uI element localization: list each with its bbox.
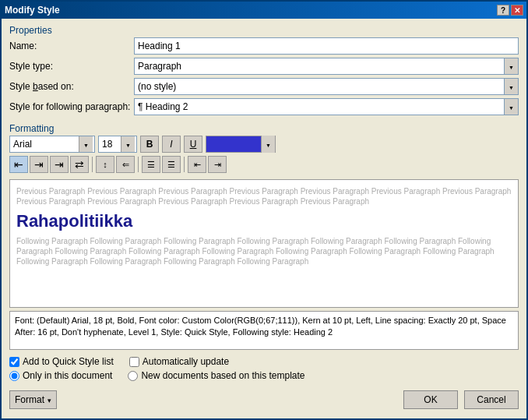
modify-style-dialog: Modify Style ? ✕ Properties Name: Style …	[0, 0, 528, 420]
format-dropdown-button[interactable]: Format	[9, 390, 57, 409]
only-document-radio[interactable]	[9, 371, 19, 381]
name-label: Name:	[9, 41, 134, 51]
properties-label: Properties	[9, 25, 519, 36]
radio-row: Only in this document New documents base…	[9, 370, 519, 381]
font-toolbar: Arial 18 B I U	[9, 136, 519, 153]
new-documents-option[interactable]: New documents based on this template	[128, 370, 304, 381]
style-following-value: ¶ Heading 2	[135, 100, 504, 114]
ok-cancel-buttons: OK Cancel	[403, 390, 519, 409]
list-button[interactable]: ☰	[142, 156, 160, 173]
font-name: Arial	[12, 139, 79, 150]
auto-update-label: Automatically update	[143, 356, 229, 367]
alignment-toolbar: ⇤ ⇥ ⇥ ⇄ ↕ ⇐ ☰ ☰ ⇤ ⇥	[9, 156, 519, 173]
formatting-section: Formatting Arial 18 B I U	[9, 123, 519, 176]
style-based-row: Style based on: (no style)	[9, 78, 519, 95]
style-based-select[interactable]: (no style)	[134, 78, 519, 95]
font-select[interactable]: Arial	[9, 136, 95, 153]
help-button[interactable]: ?	[497, 5, 509, 16]
add-quick-style-option[interactable]: Add to Quick Style list	[9, 356, 114, 367]
name-row: Name:	[9, 37, 519, 55]
auto-update-option[interactable]: Automatically update	[129, 356, 229, 367]
cancel-button[interactable]: Cancel	[464, 390, 519, 409]
style-type-select[interactable]: Paragraph	[134, 58, 519, 75]
style-based-label: Style based on:	[9, 81, 134, 92]
font-color-dropdown[interactable]	[261, 136, 275, 153]
action-row: Format OK Cancel	[9, 387, 519, 412]
indent-decrease-button[interactable]: ⇐	[116, 156, 135, 173]
formatting-label: Formatting	[9, 123, 519, 134]
font-size: 18	[100, 139, 121, 150]
name-input[interactable]	[134, 37, 519, 55]
font-color-button[interactable]	[206, 136, 276, 153]
font-dropdown-btn[interactable]	[79, 136, 93, 152]
toolbar-separator-1	[92, 157, 93, 172]
style-type-row: Style type: Paragraph	[9, 58, 519, 75]
preview-area: Previous Paragraph Previous Paragraph Pr…	[9, 179, 519, 308]
style-based-value: (no style)	[135, 79, 504, 94]
align-left-button[interactable]: ⇤	[9, 156, 28, 173]
preview-following-text: Following Paragraph Following Paragraph …	[16, 236, 512, 266]
ok-button[interactable]: OK	[403, 390, 458, 409]
title-bar-buttons: ? ✕	[497, 5, 523, 16]
bold-button[interactable]: B	[140, 136, 159, 153]
auto-update-checkbox[interactable]	[129, 357, 139, 367]
add-quick-style-label: Add to Quick Style list	[23, 356, 114, 367]
preview-heading-text: Rahapolitiikka	[16, 211, 512, 231]
dialog-body: Properties Name: Style type: Paragraph S…	[2, 19, 526, 418]
format-button-label: Format	[15, 394, 44, 405]
size-select[interactable]: 18	[98, 136, 137, 153]
style-following-label: Style for following paragraph:	[9, 101, 134, 112]
only-document-label: Only in this document	[23, 370, 112, 381]
align-right-button[interactable]: ⇥	[50, 156, 69, 173]
italic-button[interactable]: I	[162, 136, 181, 153]
only-document-option[interactable]: Only in this document	[9, 370, 112, 381]
underline-button[interactable]: U	[184, 136, 202, 153]
style-type-label: Style type:	[9, 61, 134, 72]
checkbox-row: Add to Quick Style list Automatically up…	[9, 356, 519, 367]
new-documents-radio[interactable]	[128, 371, 138, 381]
line-spacing-button[interactable]: ↕	[96, 156, 114, 173]
size-dropdown-btn[interactable]	[121, 136, 135, 152]
close-button[interactable]: ✕	[511, 5, 523, 16]
numbered-list-button[interactable]: ☰	[162, 156, 181, 173]
style-based-dropdown-btn[interactable]	[504, 79, 518, 94]
dialog-title: Modify Style	[5, 5, 60, 16]
format-dropdown-arrow	[48, 394, 51, 405]
preview-previous-text: Previous Paragraph Previous Paragraph Pr…	[16, 186, 512, 206]
toolbar-separator-3	[184, 157, 185, 172]
toolbar-separator-2	[138, 157, 139, 172]
justify-button[interactable]: ⇄	[70, 156, 89, 173]
align-center-button[interactable]: ⇥	[30, 156, 48, 173]
new-documents-label: New documents based on this template	[141, 370, 304, 381]
title-bar: Modify Style ? ✕	[2, 2, 526, 19]
style-following-select[interactable]: ¶ Heading 2	[134, 98, 519, 115]
outdent-button[interactable]: ⇤	[188, 156, 206, 173]
style-following-row: Style for following paragraph: ¶ Heading…	[9, 98, 519, 115]
style-type-dropdown-btn[interactable]	[504, 58, 518, 74]
indent-button[interactable]: ⇥	[208, 156, 227, 173]
add-quick-style-checkbox[interactable]	[9, 357, 19, 367]
properties-section: Properties Name: Style type: Paragraph S…	[9, 25, 519, 118]
style-description: Font: (Default) Arial, 18 pt, Bold, Font…	[9, 311, 519, 350]
style-following-dropdown-btn[interactable]	[504, 99, 518, 115]
bottom-options: Add to Quick Style list Automatically up…	[9, 356, 519, 381]
style-type-value: Paragraph	[135, 59, 504, 73]
